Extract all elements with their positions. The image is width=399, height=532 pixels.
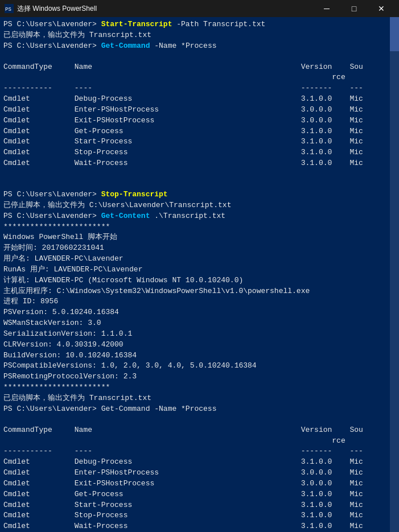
prompt-1: PS C:\Users\Lavender> <box>3 20 101 28</box>
blank-3 <box>3 179 385 189</box>
line-2: 已启动脚本，输出文件为 Transcript.txt <box>3 30 385 41</box>
line-get-cmd-2: PS C:\Users\Lavender> Get-Command -Name … <box>3 404 385 415</box>
window-icon: PS <box>5 4 14 13</box>
scrollbar-thumb[interactable] <box>390 17 399 51</box>
transcript-line-12: BuildVersion: 10.0.10240.16384 <box>3 350 385 361</box>
stars-2: ************************ <box>3 382 385 393</box>
maximize-button[interactable]: □ <box>341 0 367 17</box>
close-button[interactable]: ✕ <box>368 0 394 17</box>
prompt-3: PS C:\Users\Lavender> <box>3 42 101 50</box>
scrollbar[interactable] <box>390 17 399 532</box>
table-row-2-4: Cmdlet Get-Process 3.1.0.0 Mic <box>3 489 385 500</box>
transcript-line-11: CLRVersion: 4.0.30319.42000 <box>3 340 385 350</box>
title-bar: PS 选择 Windows PowerShell ─ □ ✕ <box>0 0 399 17</box>
cmd-get-content: Get-Content <box>101 212 150 220</box>
transcript-line-6: 主机应用程序: C:\Windows\System32\WindowsPower… <box>3 286 385 297</box>
transcript-line-3: 用户名: LAVENDER-PC\Lavender <box>3 254 385 265</box>
line-3: PS C:\Users\Lavender> Get-Command -Name … <box>3 41 385 52</box>
title-bar-controls: ─ □ ✕ <box>314 0 394 17</box>
transcript-line-7: 进程 ID: 8956 <box>3 296 385 307</box>
window: PS 选择 Windows PowerShell ─ □ ✕ PS C:\Use… <box>0 0 399 532</box>
table-row-2-1: Cmdlet Debug-Process 3.1.0.0 Mic <box>3 457 385 468</box>
blank-4 <box>3 415 385 425</box>
table-header-2a: CommandType Name Version Sou <box>3 425 385 436</box>
line-stop-transcript: PS C:\Users\Lavender> Stop-Transcript <box>3 189 385 200</box>
cmd-stop-transcript: Stop-Transcript <box>101 190 168 199</box>
console-area[interactable]: PS C:\Users\Lavender> Start-Transcript -… <box>0 17 399 532</box>
transcript-line-4: RunAs 用户: LAVENDER-PC\Lavender <box>3 265 385 275</box>
cmd-get-command-1: Get-Command <box>101 42 150 50</box>
line-stopped: 已停止脚本，输出文件为 C:\Users\Lavender\Transcript… <box>3 200 385 211</box>
table-row-2-7: Cmdlet Wait-Process 3.1.0.0 Mic <box>3 521 385 532</box>
transcript-line-10: SerializationVersion: 1.1.0.1 <box>3 329 385 340</box>
line-started-2: 已启动脚本，输出文件为 Transcript.txt <box>3 393 385 404</box>
table-row-1-2: Cmdlet Enter-PSHostProcess 3.0.0.0 Mic <box>3 105 385 116</box>
table-sep-2: ----------- ---- ------- --- <box>3 446 385 457</box>
line-get-content: PS C:\Users\Lavender> Get-Content .\Tran… <box>3 211 385 222</box>
table-sep-1: ----------- ---- ------- --- <box>3 83 385 94</box>
transcript-line-14: PSRemotingProtocolVersion: 2.3 <box>3 372 385 382</box>
blank-1 <box>3 52 385 62</box>
transcript-line-5: 计算机: LAVENDER-PC (Microsoft Windows NT 1… <box>3 275 385 286</box>
table-row-1-1: Cmdlet Debug-Process 3.1.0.0 Mic <box>3 94 385 105</box>
table-row-2-5: Cmdlet Start-Process 3.1.0.0 Mic <box>3 500 385 511</box>
table-header-1b: rce <box>3 72 385 83</box>
table-row-1-7: Cmdlet Wait-Process 3.1.0.0 Mic <box>3 158 385 169</box>
table-row-1-6: Cmdlet Stop-Process 3.1.0.0 Mic <box>3 147 385 158</box>
transcript-line-1: Windows PowerShell 脚本开始 <box>3 232 385 243</box>
transcript-line-13: PSCompatibleVersions: 1.0, 2.0, 3.0, 4.0… <box>3 361 385 372</box>
table-header-2b: rce <box>3 436 385 447</box>
cmd-start-transcript: Start-Transcript <box>101 20 172 28</box>
table-row-1-3: Cmdlet Exit-PSHostProcess 3.0.0.0 Mic <box>3 116 385 126</box>
svg-text:PS: PS <box>5 7 11 13</box>
console-content: PS C:\Users\Lavender> Start-Transcript -… <box>3 19 396 532</box>
blank-2 <box>3 169 385 179</box>
cmd-param-1: -Path Transcript.txt <box>172 20 265 28</box>
cmd-param-3: -Name *Process <box>150 42 216 50</box>
table-header-1a: CommandType Name Version Sou <box>3 62 385 73</box>
table-row-2-3: Cmdlet Exit-PSHostProcess 3.0.0.0 Mic <box>3 479 385 489</box>
transcript-line-8: PSVersion: 5.0.10240.16384 <box>3 307 385 318</box>
prompt-gc2: PS C:\Users\Lavender> <box>3 405 101 413</box>
cmd-param-gc: .\Transcript.txt <box>150 212 225 220</box>
table-row-1-4: Cmdlet Get-Process 3.1.0.0 Mic <box>3 126 385 137</box>
cmd-plain-2: Get-Command -Name *Process <box>101 405 217 413</box>
table-row-2-2: Cmdlet Enter-PSHostProcess 3.0.0.0 Mic <box>3 468 385 479</box>
stars-1: ************************ <box>3 222 385 233</box>
table-row-2-6: Cmdlet Stop-Process 3.1.0.0 Mic <box>3 510 385 521</box>
transcript-line-2: 开始时间: 20170602231041 <box>3 243 385 254</box>
table-row-1-5: Cmdlet Start-Process 3.1.0.0 Mic <box>3 137 385 147</box>
line-1: PS C:\Users\Lavender> Start-Transcript -… <box>3 19 385 30</box>
prompt-st: PS C:\Users\Lavender> <box>3 190 101 199</box>
minimize-button[interactable]: ─ <box>314 0 340 17</box>
window-title: 选择 Windows PowerShell <box>17 4 314 14</box>
prompt-gc: PS C:\Users\Lavender> <box>3 212 101 220</box>
transcript-line-9: WSManStackVersion: 3.0 <box>3 318 385 329</box>
